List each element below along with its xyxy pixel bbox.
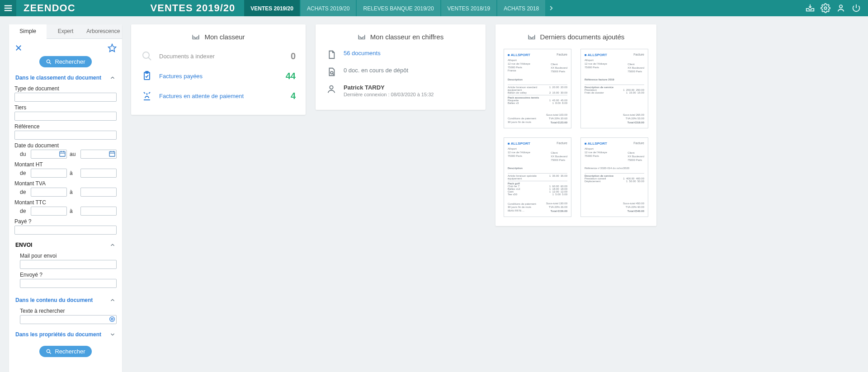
input-type-document[interactable] [14, 93, 117, 102]
tab-achats-2019-20[interactable]: ACHATS 2019/20 [301, 0, 356, 16]
input-tva-from[interactable] [31, 188, 67, 197]
tab-ventes-2018-19[interactable]: VENTES 2018/19 [441, 0, 497, 16]
section-envoi[interactable]: ENVOI [14, 239, 117, 250]
calendar-to-button[interactable] [108, 150, 116, 157]
search-button-label: Rechercher [55, 58, 85, 65]
document-thumbnail[interactable]: ■ ALLSPORTFacture Allsport12 rue de l'Ab… [580, 49, 648, 128]
search-button-bottom[interactable]: Rechercher [39, 346, 91, 357]
svg-point-4 [840, 5, 842, 8]
user-icon [836, 3, 846, 13]
label-a-ttc: à [70, 208, 78, 214]
label-montant-ttc: Montant TTC [14, 199, 117, 206]
svg-line-9 [50, 62, 51, 64]
calendar-from-button[interactable] [59, 150, 66, 157]
clipboard-check-icon [142, 71, 152, 81]
panel-chiffres-title: Mon classeur en chiffres [370, 33, 443, 41]
input-ht-to[interactable] [80, 169, 117, 178]
settings-button[interactable] [820, 3, 831, 14]
input-reference[interactable] [14, 131, 117, 140]
logout-button[interactable] [851, 3, 862, 14]
sidebar-tab-arborescence[interactable]: Arborescence [85, 24, 122, 38]
svg-point-3 [824, 7, 827, 9]
document-thumbnail[interactable]: ■ ALLSPORTFacture Allsport12 rue de l'Ab… [504, 137, 571, 217]
section-contenu[interactable]: Dans le contenu du document [14, 294, 117, 305]
power-icon [851, 3, 861, 13]
search-button-label: Rechercher [55, 348, 85, 355]
clear-search-button-top[interactable] [14, 44, 23, 52]
gear-icon [821, 3, 830, 13]
app-logo: ZEENDOC [24, 2, 75, 14]
tabs-scroll-right[interactable] [546, 0, 556, 16]
inbox-button[interactable] [805, 3, 816, 14]
search-icon [46, 59, 52, 65]
search-button-top[interactable]: Rechercher [39, 56, 91, 67]
sidebar-tab-expert[interactable]: Expert [47, 24, 84, 38]
metric-value: 0 [280, 51, 296, 61]
section-proprietes[interactable]: Dans les propriétés du document [14, 329, 117, 339]
tab-releves-banque-2019-20[interactable]: RELEVES BANQUE 2019/20 [357, 0, 440, 16]
label-du: du [20, 151, 28, 157]
close-icon [14, 44, 23, 52]
input-ttc-to[interactable] [80, 207, 117, 216]
sidebar-tab-simple[interactable]: Simple [9, 24, 47, 39]
input-texte-recherche[interactable] [20, 315, 117, 324]
info-doc-count[interactable]: 56 documents [324, 46, 477, 63]
section-proprietes-label: Dans les propriétés du document [15, 331, 101, 338]
input-mail-envoi[interactable] [20, 260, 117, 269]
svg-point-37 [330, 86, 333, 89]
metric-factures-attente[interactable]: Factures en attente de paiement 4 [139, 86, 297, 106]
chevron-down-icon [109, 331, 116, 338]
metric-documents-a-indexer[interactable]: Documents à indexer 0 [139, 46, 297, 66]
metric-value: 4 [280, 91, 296, 101]
tab-achats-2018[interactable]: ACHATS 2018 [497, 0, 545, 16]
input-paye[interactable] [14, 226, 117, 235]
label-montant-ht: Montant HT [14, 161, 117, 168]
chevron-up-icon [109, 242, 116, 248]
document-thumbnail[interactable]: ■ ALLSPORTFacture Allsport12 rue de l'Ab… [504, 49, 571, 128]
info-depot-label: 0 doc. en cours de dépôt [344, 67, 408, 74]
input-tiers[interactable] [14, 112, 117, 121]
inbox-download-icon [805, 3, 815, 13]
menu-button[interactable] [0, 0, 16, 16]
main-content: Mon classeur Documents à indexer 0 Factu… [131, 24, 859, 226]
panel-mon-classeur-title: Mon classeur [204, 33, 245, 41]
input-envoye[interactable] [20, 279, 117, 288]
tab-ventes-2019-20[interactable]: VENTES 2019/20 [244, 0, 300, 16]
svg-marker-7 [108, 44, 116, 52]
profile-button[interactable] [835, 3, 846, 14]
label-de-tva: de [20, 189, 28, 195]
label-montant-tva: Montant TVA [14, 180, 117, 187]
label-paye: Payé ? [14, 218, 117, 225]
svg-point-20 [47, 349, 50, 353]
user-last-login: Dernière connexion : 08/03/2020 à 15:32 [344, 92, 434, 97]
favorite-button-top[interactable] [108, 43, 117, 52]
label-date-document: Date du document [14, 142, 117, 149]
input-ht-from[interactable] [31, 169, 67, 178]
inbox-icon [192, 33, 200, 41]
document-thumbnail[interactable]: ■ ALLSPORTFacture Allsport12 rue de l'Ab… [580, 137, 648, 217]
svg-point-29 [143, 52, 149, 58]
layout: Simple Expert Arborescence Rechercher [0, 16, 868, 372]
sidebar-tabs: Simple Expert Arborescence [9, 24, 122, 39]
panel-chiffres: Mon classeur en chiffres 56 documents 0 … [316, 24, 486, 110]
fulltext-target-button[interactable] [108, 315, 116, 323]
search-icon [46, 348, 52, 355]
metric-value: 44 [280, 71, 296, 81]
section-classement[interactable]: Dans le classement du document [14, 72, 117, 83]
topbar: ZEENDOC VENTES 2019/20 VENTES 2019/20 AC… [0, 0, 868, 16]
page-title: VENTES 2019/20 [151, 2, 236, 14]
sidebar-body: Rechercher Dans le classement du documen… [9, 39, 122, 368]
svg-rect-10 [60, 151, 65, 156]
info-doc-count-label: 56 documents [344, 50, 381, 57]
chevron-right-icon [548, 5, 554, 11]
section-contenu-label: Dans le contenu du document [15, 297, 93, 303]
input-ttc-from[interactable] [31, 207, 67, 216]
metric-factures-payees[interactable]: Factures payées 44 [139, 66, 297, 86]
section-classement-label: Dans le classement du document [15, 75, 101, 81]
user-name: Patrick TARDY [344, 84, 434, 91]
recent-thumbnails: ■ ALLSPORTFacture Allsport12 rue de l'Ab… [504, 49, 648, 217]
label-au: au [70, 151, 78, 157]
svg-line-30 [148, 57, 151, 60]
input-tva-to[interactable] [80, 188, 117, 197]
metric-label: Factures en attente de paiement [159, 93, 274, 99]
